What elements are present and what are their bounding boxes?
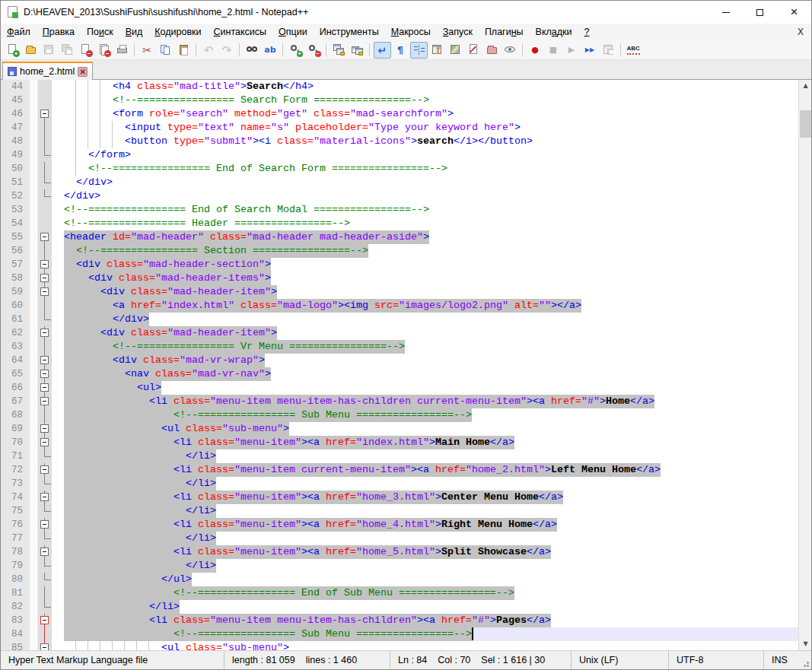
line-number[interactable]: 50 bbox=[1, 162, 30, 176]
fold-margin[interactable] bbox=[38, 491, 52, 504]
code-text[interactable]: <div class="mad-header-section"> bbox=[52, 258, 798, 271]
line-number[interactable]: 78 bbox=[1, 545, 30, 559]
bookmark-margin[interactable] bbox=[30, 573, 38, 586]
code-text[interactable]: <!--================ Header ============… bbox=[52, 217, 798, 230]
bookmark-margin[interactable] bbox=[30, 463, 38, 477]
redo-button[interactable]: ↷ bbox=[218, 42, 236, 59]
macro-stop-button[interactable]: ■ bbox=[545, 42, 562, 59]
scroll-down-arrow-icon[interactable]: ▼ bbox=[799, 638, 811, 650]
bookmark-margin[interactable] bbox=[30, 326, 38, 340]
fold-margin[interactable] bbox=[38, 532, 52, 545]
macro-run-multiple-button[interactable]: ▶▶ bbox=[581, 42, 599, 59]
code-text[interactable]: <h4 class="mad-title">Search</h4> bbox=[52, 80, 798, 94]
fold-margin[interactable] bbox=[38, 367, 52, 381]
code-line-59[interactable]: 59 <div class="mad-header-item"> bbox=[1, 285, 798, 299]
line-number[interactable]: 61 bbox=[1, 313, 30, 326]
bookmark-margin[interactable] bbox=[30, 285, 38, 299]
bookmark-margin[interactable] bbox=[30, 121, 38, 135]
code-line-51[interactable]: 51 </div> bbox=[1, 176, 798, 189]
bookmark-margin[interactable] bbox=[30, 545, 38, 559]
fold-margin[interactable] bbox=[38, 436, 52, 449]
line-number[interactable]: 85 bbox=[1, 641, 30, 650]
bookmark-margin[interactable] bbox=[30, 381, 38, 395]
code-text[interactable]: </li> bbox=[52, 600, 798, 614]
show-all-characters-button[interactable]: ¶ bbox=[392, 42, 409, 59]
bookmark-margin[interactable] bbox=[30, 586, 38, 600]
fold-margin[interactable] bbox=[38, 627, 52, 641]
line-number[interactable]: 81 bbox=[1, 586, 30, 600]
code-line-57[interactable]: 57 <div class="mad-header-section"> bbox=[1, 258, 798, 271]
line-number[interactable]: 79 bbox=[1, 559, 30, 573]
fold-margin[interactable] bbox=[38, 230, 52, 244]
code-text[interactable]: </div> bbox=[52, 176, 798, 189]
sync-horizontal-scroll-button[interactable] bbox=[349, 42, 366, 59]
code-line-49[interactable]: 49 </form> bbox=[1, 148, 798, 162]
fold-margin[interactable] bbox=[38, 203, 52, 217]
bookmark-margin[interactable] bbox=[30, 354, 38, 367]
line-number[interactable]: 80 bbox=[1, 573, 30, 586]
code-text[interactable]: <a href="index.html" class="mad-logo"><i… bbox=[52, 299, 798, 313]
code-text[interactable]: <!--================ End of Search Modal… bbox=[52, 203, 798, 217]
menu-item-Поиск[interactable]: Поиск bbox=[81, 25, 119, 39]
document-map-button[interactable] bbox=[447, 42, 464, 59]
fold-margin[interactable] bbox=[38, 641, 52, 650]
fold-margin[interactable] bbox=[38, 463, 52, 477]
bookmark-margin[interactable] bbox=[30, 491, 38, 504]
line-number[interactable]: 83 bbox=[1, 614, 30, 627]
fold-margin[interactable] bbox=[38, 94, 52, 107]
code-text[interactable]: <!--================ Search Form =======… bbox=[52, 94, 798, 107]
fold-margin[interactable] bbox=[38, 354, 52, 367]
fold-margin[interactable] bbox=[38, 217, 52, 230]
code-line-58[interactable]: 58 <div class="mad-header-items"> bbox=[1, 271, 798, 285]
fold-margin[interactable] bbox=[38, 313, 52, 326]
line-number[interactable]: 47 bbox=[1, 121, 30, 135]
code-line-50[interactable]: 50 <!--================ End of Search Fo… bbox=[1, 162, 798, 176]
tab-home-2-html[interactable]: home_2.html ✕ bbox=[2, 62, 93, 80]
code-line-47[interactable]: 47 <input type="text" name="s" placehold… bbox=[1, 121, 798, 135]
line-number[interactable]: 59 bbox=[1, 285, 30, 299]
close-button[interactable]: − bbox=[77, 42, 94, 59]
paste-button[interactable] bbox=[175, 42, 193, 59]
code-text[interactable]: <!--================ Vr Menu ===========… bbox=[52, 340, 798, 354]
fold-margin[interactable] bbox=[38, 80, 52, 94]
code-line-82[interactable]: 82 </li> bbox=[1, 600, 798, 614]
bookmark-margin[interactable] bbox=[30, 614, 38, 627]
code-line-62[interactable]: 62 <div class="mad-header-item"> bbox=[1, 326, 798, 340]
line-number[interactable]: 72 bbox=[1, 463, 30, 477]
fold-margin[interactable] bbox=[38, 422, 52, 436]
maximize-button[interactable] bbox=[743, 1, 777, 24]
code-line-70[interactable]: 70 <li class="menu-item"><a href="index.… bbox=[1, 436, 798, 449]
code-line-84[interactable]: 84 <!--================ Sub Menu =======… bbox=[1, 627, 798, 641]
fold-margin[interactable] bbox=[38, 326, 52, 340]
fold-margin[interactable] bbox=[38, 285, 52, 299]
menu-item-Опции[interactable]: Опции bbox=[272, 25, 314, 39]
fold-margin[interactable] bbox=[38, 449, 52, 463]
replace-button[interactable]: ab bbox=[262, 42, 279, 59]
code-text[interactable]: <nav class="mad-vr-nav"> bbox=[52, 367, 798, 381]
close-document-x[interactable]: X bbox=[790, 27, 811, 37]
code-line-69[interactable]: 69 <ul class="sub-menu"> bbox=[1, 422, 798, 436]
code-line-64[interactable]: 64 <div class="mad-vr-wrap"> bbox=[1, 354, 798, 367]
bookmark-margin[interactable] bbox=[30, 189, 38, 203]
sync-vertical-scroll-button[interactable] bbox=[330, 42, 348, 59]
fold-margin[interactable] bbox=[38, 395, 52, 408]
code-text[interactable]: </li> bbox=[52, 477, 798, 491]
tab-close-icon[interactable]: ✕ bbox=[78, 67, 88, 77]
code-line-53[interactable]: 53<!--================ End of Search Mod… bbox=[1, 203, 798, 217]
fold-margin[interactable] bbox=[38, 271, 52, 285]
line-number[interactable]: 69 bbox=[1, 422, 30, 436]
macro-playback-button[interactable]: ▶ bbox=[563, 42, 581, 59]
minimize-button[interactable] bbox=[709, 1, 743, 24]
function-list-button[interactable]: ƒ bbox=[428, 42, 446, 59]
code-line-63[interactable]: 63 <!--================ Vr Menu ========… bbox=[1, 340, 798, 354]
code-line-44[interactable]: 44 <h4 class="mad-title">Search</h4> bbox=[1, 80, 798, 94]
bookmark-margin[interactable] bbox=[30, 176, 38, 189]
line-number[interactable]: 62 bbox=[1, 326, 30, 340]
code-text[interactable]: <li class="menu-item"><a href="home_3.ht… bbox=[52, 491, 798, 504]
code-text[interactable]: <ul class="sub-menu"> bbox=[52, 641, 798, 650]
menu-item-Плагины[interactable]: Плагины bbox=[479, 25, 530, 39]
copy-button[interactable] bbox=[157, 42, 174, 59]
code-line-65[interactable]: 65 <nav class="mad-vr-nav"> bbox=[1, 367, 798, 381]
code-text[interactable]: <li class="menu-item"><a href="home_4.ht… bbox=[52, 518, 798, 532]
menu-item-Синтаксисы[interactable]: Синтаксисы bbox=[208, 25, 273, 39]
